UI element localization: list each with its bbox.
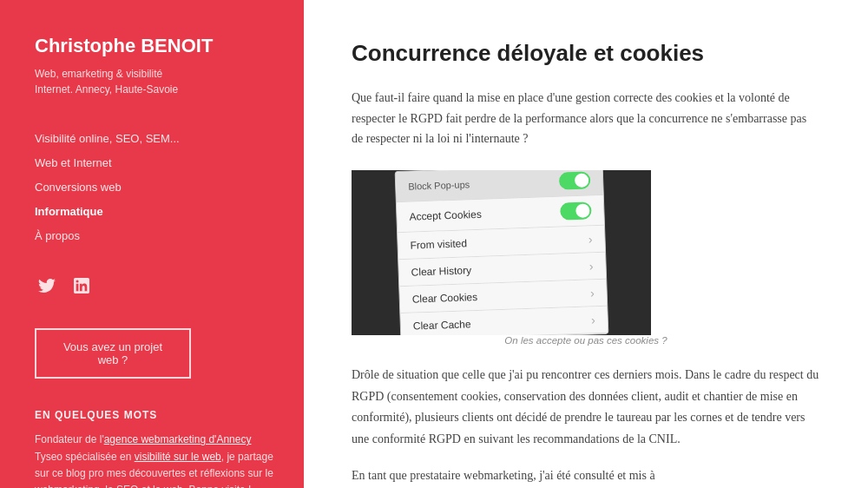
image-caption: On les accepte ou pas ces cookies ? [352, 335, 820, 346]
nav-item-informatique[interactable]: Informatique [35, 201, 278, 223]
cta-button[interactable]: Vous avez un projet web ? [35, 328, 191, 379]
phone-screen: Block Pop-ups Accept Cookies From visite… [394, 170, 608, 335]
nav-item-visibilite[interactable]: Visibilité online, SEO, SEM... [35, 128, 278, 150]
main-content: Concurrence déloyale et cookies Que faut… [304, 0, 868, 488]
article-intro: Que faut-il faire quand la mise en place… [352, 88, 820, 149]
linkedin-icon[interactable] [69, 274, 94, 298]
twitter-icon[interactable] [35, 274, 59, 298]
site-subtitle: Web, emarketing & visibilitéInternet. An… [35, 66, 278, 97]
accept-cookies-toggle [560, 202, 592, 221]
nav-item-web[interactable]: Web et Internet [35, 152, 278, 175]
visibilite-link[interactable]: visibilité sur le web [135, 451, 221, 463]
social-icons [35, 274, 278, 298]
site-title: Christophe BENOIT [35, 35, 278, 57]
article-para-1: Drôle de situation que celle que j'ai pu… [352, 365, 820, 450]
block-popups-toggle [558, 172, 590, 190]
en-quelques-mots-title: EN QUELQUES MOTS [35, 409, 278, 421]
main-nav: Visibilité online, SEO, SEM... Web et In… [35, 128, 278, 274]
article-image-container: Block Pop-ups Accept Cookies From visite… [352, 170, 820, 346]
agence-link[interactable]: agence webmarketing d'Annecy [104, 433, 252, 445]
sidebar-bio: Fondateur de l'agence webmarketing d'Ann… [35, 432, 278, 488]
article-body: Drôle de situation que celle que j'ai pu… [352, 365, 820, 487]
article-title: Concurrence déloyale et cookies [352, 39, 820, 69]
article-para-2: En tant que prestataire webmarketing, j'… [352, 465, 820, 487]
nav-item-conversions[interactable]: Conversions web [35, 176, 278, 199]
article-image: Block Pop-ups Accept Cookies From visite… [352, 170, 651, 335]
nav-item-apropos[interactable]: À propos [35, 225, 278, 247]
nav-menu: Visibilité online, SEO, SEM... Web et In… [35, 128, 278, 247]
sidebar: Christophe BENOIT Web, emarketing & visi… [0, 0, 304, 488]
